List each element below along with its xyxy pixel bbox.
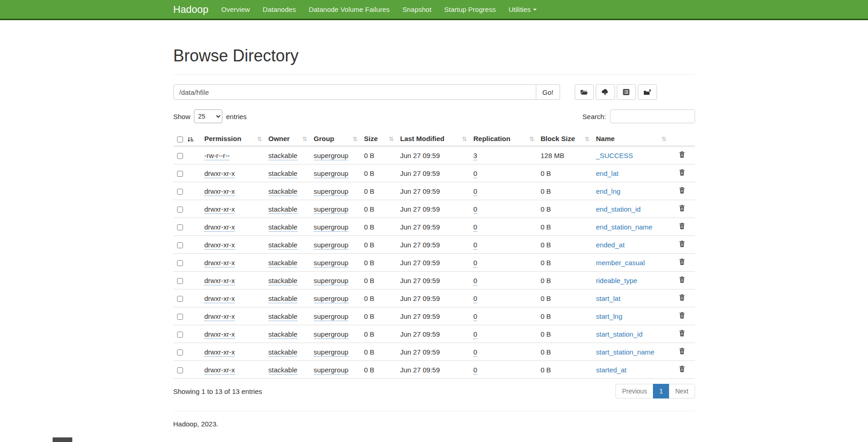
set-policy-button[interactable] (617, 84, 636, 100)
row-checkbox[interactable] (177, 189, 183, 195)
permission-value[interactable]: drwxr-xr-x (205, 277, 235, 285)
column-header-size[interactable]: Size⇅ (361, 131, 397, 146)
pagination-previous[interactable]: Previous (615, 384, 653, 398)
group-value[interactable]: supergroup (314, 205, 349, 214)
owner-value[interactable]: stackable (269, 205, 297, 214)
column-header-permission[interactable]: Permission⇅ (201, 131, 265, 146)
entries-per-page-select[interactable]: 25 (194, 109, 222, 123)
permission-value[interactable]: drwxr-xr-x (205, 241, 235, 250)
replication-value[interactable]: 0 (474, 295, 477, 303)
permission-value[interactable]: drwxr-xr-x (205, 205, 235, 214)
group-value[interactable]: supergroup (314, 366, 349, 375)
row-checkbox[interactable] (177, 367, 183, 373)
group-value[interactable]: supergroup (314, 312, 349, 321)
file-name-link[interactable]: started_at (596, 366, 627, 374)
row-checkbox[interactable] (177, 153, 183, 159)
owner-value[interactable]: stackable (269, 169, 297, 178)
trash-icon[interactable] (679, 205, 685, 213)
row-checkbox[interactable] (177, 314, 183, 320)
replication-value[interactable]: 0 (474, 348, 477, 357)
permission-value[interactable]: drwxr-xr-x (205, 312, 235, 321)
owner-value[interactable]: stackable (269, 187, 297, 196)
owner-value[interactable]: stackable (269, 295, 297, 303)
row-checkbox[interactable] (177, 242, 183, 248)
trash-icon[interactable] (679, 169, 685, 177)
column-header-replication[interactable]: Replication⇅ (470, 131, 537, 146)
replication-value[interactable]: 0 (474, 366, 477, 375)
replication-value[interactable]: 0 (474, 205, 477, 214)
row-checkbox[interactable] (177, 171, 183, 177)
trash-icon[interactable] (679, 240, 685, 249)
create-directory-button[interactable] (575, 84, 594, 100)
group-value[interactable]: supergroup (314, 348, 349, 357)
owner-value[interactable]: stackable (269, 259, 297, 267)
pagination-page-1[interactable]: 1 (653, 384, 669, 398)
permission-value[interactable]: drwxr-xr-x (205, 259, 235, 267)
file-name-link[interactable]: start_lat (596, 295, 620, 302)
group-value[interactable]: supergroup (314, 187, 349, 196)
column-header-last-modified[interactable]: Last Modified⇅ (397, 131, 470, 146)
file-name-link[interactable]: start_station_name (596, 348, 655, 356)
replication-value[interactable]: 0 (474, 259, 477, 267)
row-checkbox[interactable] (177, 260, 183, 266)
trash-icon[interactable] (679, 366, 685, 374)
replication-value[interactable]: 0 (474, 330, 477, 339)
column-header-group[interactable]: Group⇅ (310, 131, 361, 146)
trash-icon[interactable] (679, 223, 685, 231)
row-checkbox[interactable] (177, 332, 183, 338)
row-checkbox[interactable] (177, 349, 183, 355)
owner-value[interactable]: stackable (269, 152, 297, 160)
trash-icon[interactable] (679, 151, 685, 159)
file-name-link[interactable]: end_lng (596, 187, 620, 195)
file-name-link[interactable]: start_station_id (596, 330, 643, 338)
upload-files-button[interactable] (596, 84, 615, 100)
column-header-owner[interactable]: Owner⇅ (265, 131, 310, 146)
go-button[interactable]: Go! (536, 84, 560, 100)
group-value[interactable]: supergroup (314, 330, 349, 339)
file-name-link[interactable]: start_lng (596, 312, 623, 320)
directory-path-input[interactable] (173, 84, 537, 100)
trash-icon[interactable] (679, 294, 685, 302)
owner-value[interactable]: stackable (269, 348, 297, 357)
owner-value[interactable]: stackable (269, 241, 297, 250)
nav-item-snapshot[interactable]: Snapshot (396, 0, 437, 19)
group-value[interactable]: supergroup (314, 169, 349, 178)
column-header-name[interactable]: Name⇅ (593, 131, 669, 146)
trash-icon[interactable] (679, 276, 685, 284)
trash-icon[interactable] (679, 312, 685, 320)
group-value[interactable]: supergroup (314, 223, 349, 232)
trash-icon[interactable] (679, 187, 685, 195)
group-value[interactable]: supergroup (314, 152, 349, 160)
pagination-next[interactable]: Next (669, 384, 695, 398)
owner-value[interactable]: stackable (269, 330, 297, 339)
file-name-link[interactable]: ended_at (596, 241, 625, 249)
nav-item-startup-progress[interactable]: Startup Progress (438, 0, 502, 19)
nav-item-utilities-dropdown[interactable]: Utilities (502, 0, 543, 19)
nav-item-datanode-volume-failures[interactable]: Datanode Volume Failures (302, 0, 396, 19)
paste-button[interactable] (638, 84, 657, 100)
nav-item-overview[interactable]: Overview (215, 0, 257, 19)
select-all-header[interactable] (173, 131, 201, 146)
column-header-block-size[interactable]: Block Size⇅ (537, 131, 593, 146)
replication-value[interactable]: 3 (474, 152, 477, 160)
replication-value[interactable]: 0 (474, 277, 477, 285)
permission-value[interactable]: drwxr-xr-x (205, 295, 235, 303)
group-value[interactable]: supergroup (314, 277, 349, 285)
owner-value[interactable]: stackable (269, 312, 297, 321)
group-value[interactable]: supergroup (314, 259, 349, 267)
search-input[interactable] (610, 109, 695, 123)
replication-value[interactable]: 0 (474, 169, 477, 178)
row-checkbox[interactable] (177, 224, 183, 230)
permission-value[interactable]: drwxr-xr-x (205, 169, 235, 178)
file-name-link[interactable]: end_station_id (596, 205, 641, 213)
trash-icon[interactable] (679, 348, 685, 356)
trash-icon[interactable] (679, 258, 685, 267)
owner-value[interactable]: stackable (269, 277, 297, 285)
row-checkbox[interactable] (177, 207, 183, 213)
select-all-checkbox[interactable] (177, 136, 183, 142)
row-checkbox[interactable] (177, 278, 183, 284)
replication-value[interactable]: 0 (474, 312, 477, 321)
file-name-link[interactable]: _SUCCESS (596, 152, 633, 159)
replication-value[interactable]: 0 (474, 241, 477, 250)
replication-value[interactable]: 0 (474, 223, 477, 232)
